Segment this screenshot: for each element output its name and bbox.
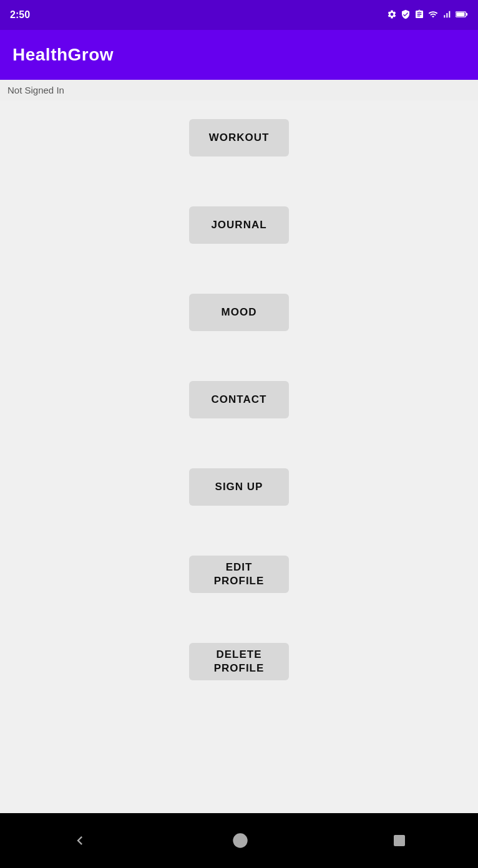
home-button[interactable]	[232, 832, 249, 849]
battery-icon	[456, 9, 468, 21]
edit-profile-button[interactable]: EDITPROFILE	[189, 556, 289, 593]
status-bar: 2:50	[0, 0, 478, 30]
status-time: 2:50	[10, 9, 30, 21]
bottom-bar	[0, 813, 478, 868]
svg-rect-4	[394, 835, 405, 846]
mood-button[interactable]: MOOD	[189, 294, 289, 331]
contact-button[interactable]: CONTACT	[189, 381, 289, 418]
sign-status-label: Not Signed In	[7, 85, 64, 95]
recent-apps-button[interactable]	[392, 833, 407, 848]
workout-button[interactable]: WORKOUT	[189, 119, 289, 157]
delete-profile-button[interactable]: DELETEPROFILE	[189, 643, 289, 680]
back-button[interactable]	[71, 832, 89, 849]
svg-rect-1	[466, 12, 468, 15]
journal-button[interactable]: JOURNAL	[189, 206, 289, 244]
main-content: WORKOUT JOURNAL MOOD CONTACT SIGN UP EDI…	[0, 100, 478, 813]
play-protection-icon	[401, 9, 411, 21]
signal-icon	[442, 9, 452, 21]
status-icons	[387, 9, 468, 21]
wifi-icon	[428, 9, 438, 21]
svg-point-3	[233, 833, 247, 847]
svg-rect-2	[456, 12, 464, 16]
app-title: HealthGrow	[12, 45, 114, 65]
settings-icon	[387, 9, 397, 21]
sign-status: Not Signed In	[0, 80, 478, 100]
app-bar: HealthGrow	[0, 30, 478, 80]
signup-button[interactable]: SIGN UP	[189, 468, 289, 506]
clipboard-icon	[414, 9, 424, 21]
